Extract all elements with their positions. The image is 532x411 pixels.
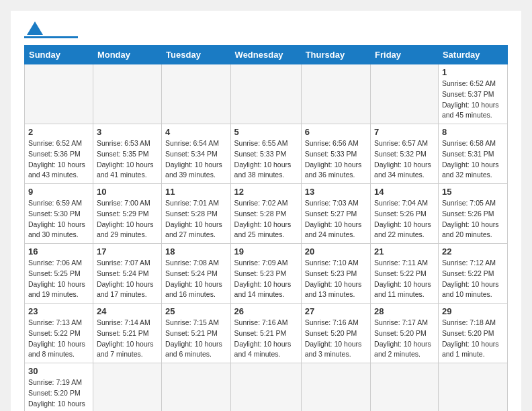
day-number: 16 xyxy=(28,246,89,257)
day-number: 23 xyxy=(28,306,89,316)
calendar-day-header: Tuesday xyxy=(162,46,231,64)
day-number: 9 xyxy=(28,187,89,197)
calendar-day-header: Thursday xyxy=(301,46,370,64)
day-number: 28 xyxy=(374,306,435,316)
calendar-day-header: Friday xyxy=(371,46,439,64)
day-number: 4 xyxy=(165,127,227,137)
day-number: 11 xyxy=(165,187,227,197)
logo xyxy=(24,21,78,38)
calendar-day-cell: 7Sunrise: 6:57 AM Sunset: 5:32 PM Daylig… xyxy=(371,124,439,184)
calendar-table: SundayMondayTuesdayWednesdayThursdayFrid… xyxy=(24,45,508,411)
calendar-day-cell: 11Sunrise: 7:01 AM Sunset: 5:28 PM Dayli… xyxy=(162,184,231,244)
calendar-day-cell: 12Sunrise: 7:02 AM Sunset: 5:28 PM Dayli… xyxy=(230,184,301,244)
calendar-week-row: 16Sunrise: 7:06 AM Sunset: 5:25 PM Dayli… xyxy=(25,244,508,304)
calendar-day-cell: 3Sunrise: 6:53 AM Sunset: 5:35 PM Daylig… xyxy=(93,124,161,184)
calendar-page: SundayMondayTuesdayWednesdayThursdayFrid… xyxy=(11,11,521,411)
day-number: 10 xyxy=(97,187,158,197)
calendar-day-header: Sunday xyxy=(25,46,93,64)
day-number: 29 xyxy=(442,306,504,316)
calendar-day-cell: 30Sunrise: 7:19 AM Sunset: 5:20 PM Dayli… xyxy=(25,363,93,412)
calendar-day-cell xyxy=(162,363,231,412)
calendar-day-cell: 25Sunrise: 7:15 AM Sunset: 5:21 PM Dayli… xyxy=(162,304,231,363)
day-number: 26 xyxy=(234,306,298,316)
calendar-day-cell: 20Sunrise: 7:10 AM Sunset: 5:23 PM Dayli… xyxy=(301,244,370,304)
calendar-day-cell: 8Sunrise: 6:58 AM Sunset: 5:31 PM Daylig… xyxy=(438,124,507,184)
calendar-day-cell: 22Sunrise: 7:12 AM Sunset: 5:22 PM Dayli… xyxy=(438,244,507,304)
day-number: 8 xyxy=(442,127,504,137)
calendar-day-header: Monday xyxy=(93,46,161,64)
day-info: Sunrise: 7:16 AM Sunset: 5:20 PM Dayligh… xyxy=(305,318,367,360)
calendar-day-cell xyxy=(25,64,93,124)
calendar-day-header: Wednesday xyxy=(230,46,301,64)
day-info: Sunrise: 6:52 AM Sunset: 5:36 PM Dayligh… xyxy=(28,138,89,181)
day-info: Sunrise: 7:15 AM Sunset: 5:21 PM Dayligh… xyxy=(165,318,227,360)
day-info: Sunrise: 7:05 AM Sunset: 5:26 PM Dayligh… xyxy=(442,198,504,240)
calendar-day-cell: 27Sunrise: 7:16 AM Sunset: 5:20 PM Dayli… xyxy=(301,304,370,363)
calendar-week-row: 2Sunrise: 6:52 AM Sunset: 5:36 PM Daylig… xyxy=(25,124,508,184)
calendar-day-cell xyxy=(371,64,439,124)
calendar-day-cell: 1Sunrise: 6:52 AM Sunset: 5:37 PM Daylig… xyxy=(438,64,507,124)
day-number: 24 xyxy=(97,306,158,316)
day-number: 7 xyxy=(374,127,435,137)
day-number: 12 xyxy=(234,187,298,197)
day-number: 14 xyxy=(374,187,435,197)
day-info: Sunrise: 7:07 AM Sunset: 5:24 PM Dayligh… xyxy=(97,258,158,300)
day-info: Sunrise: 7:02 AM Sunset: 5:28 PM Dayligh… xyxy=(234,198,298,240)
calendar-day-cell: 5Sunrise: 6:55 AM Sunset: 5:33 PM Daylig… xyxy=(230,124,301,184)
day-number: 18 xyxy=(165,246,227,257)
day-number: 6 xyxy=(305,127,367,137)
day-number: 21 xyxy=(374,246,435,257)
calendar-week-row: 9Sunrise: 6:59 AM Sunset: 5:30 PM Daylig… xyxy=(25,184,508,244)
logo-underline xyxy=(24,36,78,38)
calendar-day-cell xyxy=(93,64,161,124)
calendar-day-cell xyxy=(93,363,161,412)
calendar-day-cell: 24Sunrise: 7:14 AM Sunset: 5:21 PM Dayli… xyxy=(93,304,161,363)
day-info: Sunrise: 7:09 AM Sunset: 5:23 PM Dayligh… xyxy=(234,258,298,300)
calendar-day-cell: 18Sunrise: 7:08 AM Sunset: 5:24 PM Dayli… xyxy=(162,244,231,304)
day-number: 15 xyxy=(442,187,504,197)
calendar-day-cell: 19Sunrise: 7:09 AM Sunset: 5:23 PM Dayli… xyxy=(230,244,301,304)
day-number: 20 xyxy=(305,246,367,257)
calendar-day-cell: 14Sunrise: 7:04 AM Sunset: 5:26 PM Dayli… xyxy=(371,184,439,244)
header xyxy=(24,21,508,38)
day-info: Sunrise: 7:06 AM Sunset: 5:25 PM Dayligh… xyxy=(28,258,89,300)
day-info: Sunrise: 7:16 AM Sunset: 5:21 PM Dayligh… xyxy=(234,318,298,360)
day-number: 30 xyxy=(28,366,89,376)
calendar-day-cell: 13Sunrise: 7:03 AM Sunset: 5:27 PM Dayli… xyxy=(301,184,370,244)
logo-text xyxy=(24,21,43,35)
calendar-day-cell xyxy=(301,64,370,124)
calendar-header-row: SundayMondayTuesdayWednesdayThursdayFrid… xyxy=(25,46,508,64)
logo-triangle-icon xyxy=(27,21,43,35)
day-info: Sunrise: 6:58 AM Sunset: 5:31 PM Dayligh… xyxy=(442,138,504,181)
day-number: 17 xyxy=(97,246,158,257)
calendar-day-cell: 16Sunrise: 7:06 AM Sunset: 5:25 PM Dayli… xyxy=(25,244,93,304)
day-info: Sunrise: 7:08 AM Sunset: 5:24 PM Dayligh… xyxy=(165,258,227,300)
day-number: 1 xyxy=(442,67,504,77)
day-info: Sunrise: 7:03 AM Sunset: 5:27 PM Dayligh… xyxy=(305,198,367,240)
day-number: 3 xyxy=(97,127,158,137)
calendar-day-header: Saturday xyxy=(438,46,507,64)
calendar-day-cell xyxy=(162,64,231,124)
day-info: Sunrise: 6:59 AM Sunset: 5:30 PM Dayligh… xyxy=(28,198,89,240)
calendar-day-cell: 21Sunrise: 7:11 AM Sunset: 5:22 PM Dayli… xyxy=(371,244,439,304)
calendar-day-cell xyxy=(230,64,301,124)
day-info: Sunrise: 7:10 AM Sunset: 5:23 PM Dayligh… xyxy=(305,258,367,300)
day-number: 19 xyxy=(234,246,298,257)
calendar-day-cell: 2Sunrise: 6:52 AM Sunset: 5:36 PM Daylig… xyxy=(25,124,93,184)
calendar-day-cell: 15Sunrise: 7:05 AM Sunset: 5:26 PM Dayli… xyxy=(438,184,507,244)
calendar-day-cell: 17Sunrise: 7:07 AM Sunset: 5:24 PM Dayli… xyxy=(93,244,161,304)
day-info: Sunrise: 7:14 AM Sunset: 5:21 PM Dayligh… xyxy=(97,318,158,360)
day-info: Sunrise: 6:54 AM Sunset: 5:34 PM Dayligh… xyxy=(165,138,227,181)
calendar-week-row: 1Sunrise: 6:52 AM Sunset: 5:37 PM Daylig… xyxy=(25,64,508,124)
calendar-day-cell xyxy=(230,363,301,412)
day-info: Sunrise: 7:19 AM Sunset: 5:20 PM Dayligh… xyxy=(28,377,89,411)
calendar-day-cell xyxy=(438,363,507,412)
day-info: Sunrise: 7:12 AM Sunset: 5:22 PM Dayligh… xyxy=(442,258,504,300)
calendar-week-row: 23Sunrise: 7:13 AM Sunset: 5:22 PM Dayli… xyxy=(25,304,508,363)
calendar-day-cell: 28Sunrise: 7:17 AM Sunset: 5:20 PM Dayli… xyxy=(371,304,439,363)
calendar-day-cell: 4Sunrise: 6:54 AM Sunset: 5:34 PM Daylig… xyxy=(162,124,231,184)
calendar-day-cell: 26Sunrise: 7:16 AM Sunset: 5:21 PM Dayli… xyxy=(230,304,301,363)
day-info: Sunrise: 7:01 AM Sunset: 5:28 PM Dayligh… xyxy=(165,198,227,240)
calendar-day-cell: 23Sunrise: 7:13 AM Sunset: 5:22 PM Dayli… xyxy=(25,304,93,363)
calendar-week-row: 30Sunrise: 7:19 AM Sunset: 5:20 PM Dayli… xyxy=(25,363,508,412)
